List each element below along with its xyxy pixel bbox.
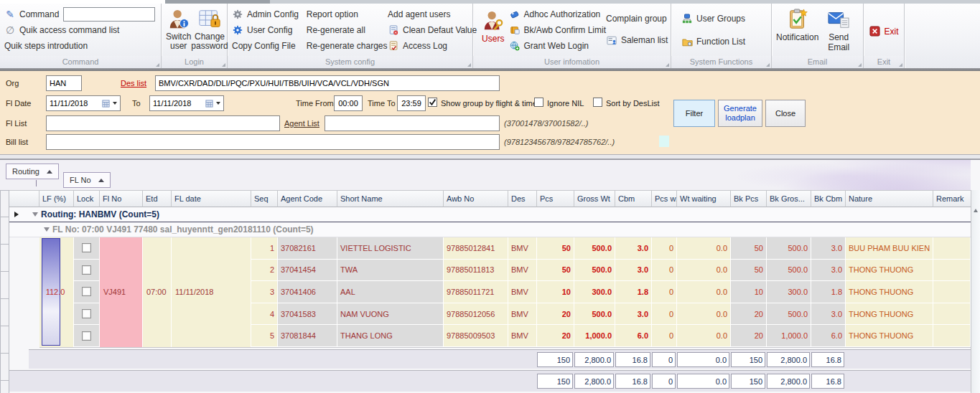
cell-nature[interactable]: THONG THUONG: [846, 325, 933, 347]
cell-awb-no[interactable]: 97885012841: [444, 237, 508, 260]
bill-list-input[interactable]: [46, 134, 500, 150]
etd-cell[interactable]: 07:00: [143, 237, 172, 347]
cell-gross-wt[interactable]: 300.0: [574, 281, 615, 303]
cell-awb-no[interactable]: 97885009503: [444, 325, 508, 347]
cell-pcs[interactable]: 20: [537, 325, 574, 347]
cell-wt-waiting[interactable]: 0.0: [677, 325, 731, 347]
cell-bk-gross[interactable]: 500.0: [767, 237, 811, 260]
bk-awb-confirm-limit-item[interactable]: Bk/Awb Confirm Limit: [509, 22, 606, 38]
fl-date-cell[interactable]: 11/11/2018: [172, 237, 251, 347]
lf-cell[interactable]: 112.0: [39, 237, 74, 347]
cell-short-name[interactable]: NAM VUONG: [337, 303, 444, 326]
header-des[interactable]: Des: [508, 190, 537, 207]
cell-bk-gross[interactable]: 300.0: [767, 281, 811, 303]
cell-wt-waiting[interactable]: 0.0: [677, 260, 731, 282]
cell-awb-no[interactable]: 97885011813: [444, 260, 508, 282]
lock-cell[interactable]: [74, 303, 100, 326]
cell-pcs-waiting[interactable]: 0: [652, 325, 677, 347]
lock-checkbox[interactable]: [82, 331, 91, 341]
header-fl-date[interactable]: FL date: [172, 190, 251, 207]
cell-nature[interactable]: THONG THUONG: [846, 260, 933, 282]
command-input[interactable]: [63, 7, 155, 22]
vertical-scrollbar[interactable]: [971, 190, 980, 393]
cell-pcs-waiting[interactable]: 0: [652, 303, 677, 326]
cell-bk-cbm[interactable]: 3.0: [811, 237, 846, 260]
filter-button[interactable]: Filter: [673, 100, 715, 127]
copy-config-file-item[interactable]: Copy Config File: [232, 38, 307, 54]
saleman-list-item[interactable]: Saleman list: [606, 32, 666, 48]
exit-button[interactable]: Exit: [869, 24, 898, 39]
header-bk-cbm[interactable]: Bk Cbm: [811, 190, 846, 207]
cell-bk-cbm[interactable]: 3.0: [811, 303, 846, 326]
generate-loadplan-button[interactable]: Generate loadplan: [718, 100, 762, 127]
cell-seq[interactable]: 5: [251, 325, 278, 347]
cell-pcs-waiting[interactable]: 0: [652, 237, 677, 260]
header-remark[interactable]: Remark: [933, 190, 971, 207]
lock-cell[interactable]: [74, 281, 100, 303]
collapse-caret-icon[interactable]: [32, 212, 38, 217]
cell-pcs-waiting[interactable]: 0: [652, 260, 677, 282]
cell-des[interactable]: BMV: [508, 325, 537, 347]
header-lf[interactable]: LF (%): [39, 190, 74, 207]
lock-cell[interactable]: [74, 260, 100, 282]
lock-cell[interactable]: [74, 325, 100, 347]
cell-cbm[interactable]: 6.0: [615, 325, 652, 347]
header-seq[interactable]: Seq: [251, 190, 278, 207]
header-bk-gross[interactable]: Bk Gros...: [767, 190, 811, 207]
des-list-link[interactable]: Des list: [121, 79, 146, 87]
cell-pcs[interactable]: 10: [537, 281, 574, 303]
cell-nature[interactable]: THONG THUONG: [846, 303, 933, 326]
group-by-flno[interactable]: FL No: [63, 172, 111, 188]
cell-nature[interactable]: THONG THUONG: [846, 281, 933, 303]
cell-des[interactable]: BMV: [508, 281, 537, 303]
send-email-button[interactable]: Send Email: [818, 5, 859, 56]
table-row[interactable]: 2 37041454 TWA 97885011813 BMV 50 500.0 …: [251, 260, 971, 282]
report-option-item[interactable]: Report option: [307, 6, 388, 22]
cell-remark[interactable]: [933, 281, 971, 303]
collapse-caret-icon[interactable]: [44, 227, 50, 232]
scroll-up-icon[interactable]: [974, 209, 978, 212]
header-wt-waiting[interactable]: Wt waiting: [677, 190, 731, 207]
cell-agent-code[interactable]: 37041583: [278, 303, 337, 326]
lock-checkbox[interactable]: [82, 265, 91, 275]
cell-wt-waiting[interactable]: 0.0: [677, 303, 731, 326]
cell-agent-code[interactable]: 37041406: [278, 281, 337, 303]
clean-defaut-value-item[interactable]: Clean Defaut Value: [388, 22, 468, 38]
cell-gross-wt[interactable]: 500.0: [574, 303, 615, 326]
switch-user-button[interactable]: Switch user: [166, 5, 191, 56]
org-input[interactable]: HAN: [46, 75, 82, 91]
cell-short-name[interactable]: THANG LONG: [337, 325, 444, 347]
cell-seq[interactable]: 1: [251, 237, 278, 260]
cell-gross-wt[interactable]: 500.0: [574, 237, 615, 260]
cell-cbm[interactable]: 3.0: [615, 237, 652, 260]
cell-short-name[interactable]: VIETTEL LOGISTIC: [337, 237, 444, 260]
table-row[interactable]: 4 37041583 NAM VUONG 97885012056 BMV 20 …: [251, 303, 971, 326]
cell-des[interactable]: BMV: [508, 303, 537, 326]
chevron-down-icon[interactable]: [216, 102, 220, 105]
cell-bk-gross[interactable]: 500.0: [767, 260, 811, 282]
quick-access-command-list[interactable]: ∅ Quik access command list: [4, 22, 157, 38]
cell-bk-pcs[interactable]: 20: [731, 325, 767, 347]
cell-bk-gross[interactable]: 500.0: [767, 303, 811, 326]
table-row[interactable]: 3 37041406 AAL 97885011721 BMV 10 300.0 …: [251, 281, 971, 303]
change-password-button[interactable]: Change password: [191, 5, 228, 56]
cell-bk-pcs[interactable]: 10: [731, 281, 767, 303]
cell-nature[interactable]: BUU PHAM BUU KIEN: [846, 237, 933, 260]
calendar-icon[interactable]: [205, 100, 213, 108]
fl-date-from-input[interactable]: 11/11/2018: [46, 95, 121, 111]
des-list-input[interactable]: BMV/CXR/DAD/DLI/PQC/PXU/HUI/TBB/UIH/VCA/…: [155, 75, 500, 91]
header-short-name[interactable]: Short Name: [337, 190, 444, 207]
cell-bk-cbm[interactable]: 3.0: [811, 260, 846, 282]
cell-agent-code[interactable]: 37041454: [278, 260, 337, 282]
header-gross-wt[interactable]: Gross Wt: [574, 190, 615, 207]
cell-gross-wt[interactable]: 500.0: [574, 260, 615, 282]
header-nature[interactable]: Nature: [846, 190, 933, 207]
cell-remark[interactable]: [933, 260, 971, 282]
cell-short-name[interactable]: TWA: [337, 260, 444, 282]
command-item[interactable]: ✎ Command: [4, 6, 157, 22]
cell-awb-no[interactable]: 97885011721: [444, 281, 508, 303]
cell-seq[interactable]: 2: [251, 260, 278, 282]
cell-seq[interactable]: 4: [251, 303, 278, 326]
cell-cbm[interactable]: 3.0: [615, 260, 652, 282]
cell-cbm[interactable]: 3.0: [615, 303, 652, 326]
